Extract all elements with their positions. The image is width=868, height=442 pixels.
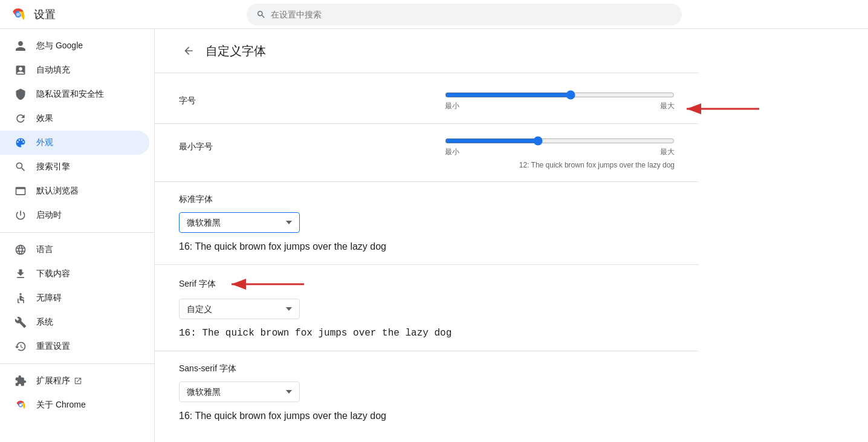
serif-font-select[interactable]: 自定义 Times New Roman Georgia [179,299,300,319]
main-layout: 您与 Google 自动填充 隐私设置和安全性 效果 [0,29,868,442]
min-font-size-preview: 12: The quick brown fox jumps over the l… [519,161,675,169]
effects-icon [15,112,27,125]
content: 自定义字体 字号 最小 最大 [155,29,783,442]
sidebar-item-browser[interactable]: 默认浏览器 [0,179,149,203]
svg-point-3 [16,13,20,16]
sidebar-label-startup: 启动时 [36,210,62,221]
min-font-max-label: 最大 [660,147,675,157]
reset-icon [15,340,27,353]
browser-icon [15,185,27,197]
font-size-max-label: 最大 [660,101,675,111]
sidebar-item-accessibility[interactable]: 无障碍 [0,286,149,310]
sidebar-label-system: 系统 [36,317,53,328]
red-arrow-right-1 [681,100,765,118]
sidebar-item-downloads[interactable]: 下载内容 [0,262,149,286]
sidebar-label-browser: 默认浏览器 [36,186,79,197]
sidebar-label-google: 您与 Google [36,41,83,51]
sidebar-label-extensions: 扩展程序 [36,375,82,386]
font-size-min-label: 最小 [445,101,459,111]
serif-font-preview: 16: The quick brown fox jumps over the l… [179,328,675,339]
sidebar-label-reset: 重置设置 [36,341,70,352]
search-icon [256,10,266,19]
sans-serif-font-preview: 16: The quick brown fox jumps over the l… [179,411,675,421]
sidebar-label-appearance: 外观 [36,137,53,148]
puzzle-icon [15,375,27,387]
sidebar-label-autofill: 自动填充 [36,65,70,76]
sidebar-item-system[interactable]: 系统 [0,310,149,334]
sidebar-label-downloads: 下载内容 [36,268,70,279]
autofill-icon [15,64,27,76]
serif-font-label: Serif 字体 [179,279,216,290]
sans-serif-font-select[interactable]: 微软雅黑 Arial Helvetica [179,382,300,402]
font-size-label: 字号 [179,96,196,106]
download-icon [15,268,27,280]
sidebar-item-extensions[interactable]: 扩展程序 [0,369,149,393]
min-font-size-slider-group: 最小 最大 [445,136,675,157]
red-arrow-left [225,277,310,291]
content-area: 自定义字体 字号 最小 最大 [155,29,868,442]
sidebar-divider-1 [0,232,154,233]
sidebar-label-about: 关于 Chrome [36,400,86,411]
standard-font-select[interactable]: 微软雅黑 Arial Times New Roman [179,212,300,233]
min-font-size-label: 最小字号 [179,141,213,152]
app-title: 设置 [34,7,56,22]
min-font-size-labels: 最小 最大 [445,147,675,157]
content-inner: 自定义字体 字号 最小 最大 [155,29,699,442]
sidebar-item-appearance[interactable]: 外观 [0,131,149,155]
sidebar-label-search: 搜索引擎 [36,161,70,172]
shield-icon [15,88,27,100]
power-icon [15,209,27,221]
sidebar-divider-2 [0,363,154,364]
svg-point-4 [19,293,21,295]
font-size-section: 字号 最小 最大 [155,73,699,123]
sidebar: 您与 Google 自动填充 隐私设置和安全性 效果 [0,29,155,442]
back-button[interactable] [179,41,198,60]
svg-point-6 [19,404,22,406]
sidebar-label-privacy: 隐私设置和安全性 [36,89,104,100]
font-size-slider[interactable] [445,90,675,100]
search-bar[interactable] [247,4,682,25]
person-icon [15,40,27,52]
page-title: 自定义字体 [206,43,266,59]
about-chrome-icon [15,399,27,411]
search-input[interactable] [271,10,672,19]
header: 设置 [0,0,868,29]
back-header: 自定义字体 [155,29,699,73]
standard-font-preview: 16: The quick brown fox jumps over the l… [179,241,675,252]
sidebar-item-startup[interactable]: 启动时 [0,203,149,227]
min-font-size-section: 最小字号 最小 最大 12: The quick brown fox jumps… [155,123,699,181]
sidebar-label-effects: 效果 [36,113,53,124]
sidebar-item-google[interactable]: 您与 Google [0,34,149,58]
sidebar-item-search[interactable]: 搜索引擎 [0,155,149,179]
sidebar-item-effects[interactable]: 效果 [0,106,149,131]
font-size-labels: 最小 最大 [445,101,675,111]
globe-icon [15,244,27,256]
min-font-min-label: 最小 [445,147,459,157]
sidebar-item-autofill[interactable]: 自动填充 [0,58,149,82]
sidebar-item-about[interactable]: 关于 Chrome [0,393,149,417]
standard-font-label: 标准字体 [179,194,675,205]
wrench-icon [15,316,27,328]
right-panel [783,29,868,442]
sidebar-item-reset[interactable]: 重置设置 [0,334,149,359]
font-size-slider-group: 最小 最大 [445,90,675,111]
sidebar-label-language: 语言 [36,244,53,255]
search-icon [15,161,27,173]
accessibility-icon [15,292,27,304]
chrome-logo-icon [10,6,27,23]
sans-serif-font-label: Sans-serif 字体 [179,363,675,374]
sidebar-item-language[interactable]: 语言 [0,238,149,262]
min-font-size-slider[interactable] [445,136,675,146]
sidebar-label-accessibility: 无障碍 [36,293,62,304]
serif-font-section: Serif 字体 自定义 Times New Roman Georgia 16:… [155,264,699,351]
paint-icon [15,137,27,149]
sidebar-item-privacy[interactable]: 隐私设置和安全性 [0,82,149,106]
standard-font-section: 标准字体 微软雅黑 Arial Times New Roman 16: The … [155,181,699,264]
sans-serif-font-section: Sans-serif 字体 微软雅黑 Arial Helvetica 16: T… [155,351,699,434]
